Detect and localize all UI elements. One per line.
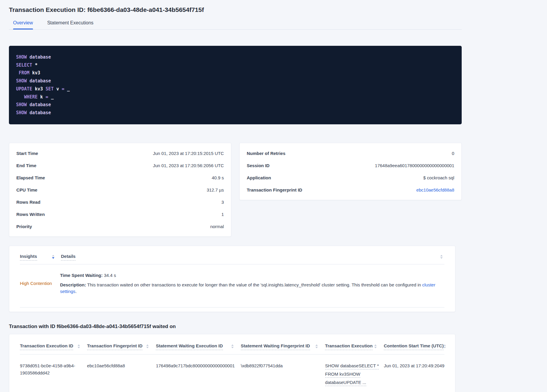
- transaction-fingerprint-link[interactable]: ebc10ae56cfd88a8: [416, 187, 454, 192]
- sort-icon[interactable]: [374, 344, 377, 348]
- description-suffix: .: [76, 289, 77, 294]
- divider: [20, 307, 444, 308]
- sort-icon[interactable]: [78, 344, 80, 348]
- insights-card: Insights Details High Contention Time Sp…: [9, 246, 455, 312]
- table-row: 9738d051-bc0e-4158-a9b4-1903586ddd42ebc1…: [20, 355, 452, 392]
- transaction-execution-link[interactable]: FROM kv3SHOW: [325, 371, 360, 378]
- description-label: Description:: [60, 282, 86, 287]
- summary-label: Rows Read: [16, 200, 40, 205]
- insights-column: Insights: [20, 254, 61, 261]
- session-summary-card: Number of Retries0Session ID17648a9eea60…: [239, 143, 462, 200]
- column-header: Transaction Execution ID: [20, 343, 87, 350]
- column-header-label[interactable]: Transaction Execution ID: [20, 343, 73, 350]
- column-header: Transaction Execution: [325, 343, 384, 350]
- summary-row: Number of Retries0: [247, 151, 454, 157]
- column-header-label[interactable]: Transaction Execution: [325, 343, 372, 350]
- time-spent-waiting: Time Spent Waiting: 34.4 s: [60, 272, 444, 279]
- summary-label: Number of Retries: [247, 151, 285, 156]
- insights-column-header[interactable]: Insights: [20, 254, 37, 261]
- transaction-execution-link[interactable]: SHOW databaseSELECT *: [325, 363, 379, 369]
- column-header: Statement Waiting Execution ID: [156, 343, 241, 350]
- tab-statement-executions[interactable]: Statement Executions: [43, 20, 98, 29]
- sql-line: SHOW database: [16, 101, 455, 109]
- summary-row: Elapsed Time40.9 s: [16, 175, 224, 182]
- sort-down-arrow: [315, 347, 318, 348]
- waited-on-table-header: Transaction Execution IDTransaction Fing…: [20, 343, 452, 350]
- tab-overview[interactable]: Overview: [9, 20, 37, 29]
- sql-line: SELECT *: [16, 61, 455, 69]
- summary-row: Application$ cockroach sql: [247, 175, 454, 182]
- sort-up-arrow: [440, 255, 443, 256]
- sort-up-arrow: [374, 344, 377, 346]
- column-header-label[interactable]: Statement Waiting Execution ID: [156, 343, 223, 350]
- tab-statement-executions-label: Statement Executions: [47, 20, 94, 25]
- summary-value: 0: [452, 151, 454, 156]
- sort-up-arrow: [315, 344, 318, 346]
- summary-label: End Time: [16, 163, 36, 168]
- waited-on-table-body: 9738d051-bc0e-4158-a9b4-1903586ddd42ebc1…: [20, 355, 452, 392]
- summary-row: Transaction Fingerprint IDebc10ae56cfd88…: [247, 187, 454, 194]
- sort-up-arrow: [444, 344, 446, 346]
- summary-row: Rows Read3: [16, 200, 224, 206]
- summary-row: CPU Time312.7 µs: [16, 187, 224, 194]
- summary-row: End TimeJun 01, 2023 at 17:20:56:2056 UT…: [16, 163, 224, 170]
- sort-icon[interactable]: [231, 344, 234, 348]
- sql-line: UPDATE kv3 SET v = _: [16, 85, 455, 93]
- tab-bar: Overview Statement Executions: [9, 20, 462, 30]
- transaction-execution-line: FROM kv3SHOW: [325, 371, 379, 379]
- tab-overview-label: Overview: [13, 20, 33, 25]
- summary-label: Start Time: [16, 151, 38, 156]
- transaction-fingerprint-id-cell: ebc10ae56cfd88a8: [87, 362, 156, 387]
- insights-table-header: Insights Details: [20, 254, 444, 261]
- waited-on-table-card: Transaction Execution IDTransaction Fing…: [9, 334, 455, 392]
- sql-statements-box: SHOW databaseSELECT * FROM kv3SHOW datab…: [9, 46, 462, 124]
- sort-icon[interactable]: [444, 344, 446, 348]
- transaction-details-page: Transaction Execution ID: f6be6366-da03-…: [9, 0, 462, 392]
- sort-icon[interactable]: [146, 344, 149, 348]
- sort-up-arrow: [231, 344, 234, 346]
- summary-label: Transaction Fingerprint ID: [247, 187, 302, 192]
- column-header: Contention Start Time (UTC): [384, 343, 452, 350]
- sort-up-arrow: [146, 344, 149, 346]
- sql-line: SHOW database: [16, 53, 455, 61]
- summary-value: 312.7 µs: [207, 187, 224, 192]
- column-header-label[interactable]: Contention Start Time (UTC): [384, 343, 444, 350]
- sort-down-arrow: [444, 347, 446, 348]
- statement-waiting-execution-id-cell: 176498a9c717bdc80000000000000001: [156, 362, 241, 387]
- sort-down-arrow: [231, 347, 234, 348]
- column-header-label[interactable]: Transaction Fingerprint ID: [87, 343, 143, 350]
- insight-description: Description: This transaction waited on …: [60, 282, 444, 295]
- sql-line: WHERE k = _: [16, 93, 455, 101]
- sort-icon[interactable]: [440, 255, 443, 259]
- sql-line: FROM kv3: [16, 69, 455, 77]
- sort-up-arrow: [78, 344, 80, 346]
- transaction-execution-id-cell: 9738d051-bc0e-4158-a9b4-1903586ddd42: [20, 362, 87, 387]
- summary-label: Elapsed Time: [16, 175, 45, 180]
- transaction-execution-cell: SHOW databaseSELECT *FROM kv3SHOWdatabas…: [325, 362, 384, 387]
- summary-label: Priority: [16, 224, 32, 229]
- sort-icon[interactable]: [315, 344, 318, 348]
- summary-value: Jun 01, 2023 at 17:20:15:2015 UTC: [153, 151, 224, 156]
- column-header-label[interactable]: Statement Waiting Fingerprint ID: [241, 343, 310, 350]
- summary-label: CPU Time: [16, 187, 37, 192]
- summary-value: 1: [221, 212, 224, 217]
- statement-waiting-fingerprint-id-cell: \xdb8922f077541dda: [241, 362, 325, 387]
- sql-line: SHOW database: [16, 109, 455, 117]
- details-column-header[interactable]: Details: [61, 254, 76, 261]
- sort-down-arrow: [440, 257, 443, 259]
- transaction-execution-line: SHOW databaseSELECT *: [325, 362, 379, 371]
- sort-down-arrow: [374, 347, 377, 348]
- sort-icon[interactable]: [52, 255, 54, 259]
- insight-row: High Contention Time Spent Waiting: 34.4…: [20, 264, 444, 304]
- waiting-value: 34.4 s: [104, 273, 116, 278]
- column-header: Statement Waiting Fingerprint ID: [241, 343, 325, 350]
- summary-label: Rows Written: [16, 212, 45, 217]
- summary-value: $ cockroach sql: [423, 175, 454, 180]
- page-title: Transaction Execution ID: f6be6366-da03-…: [9, 0, 462, 14]
- transaction-execution-line: databaseUPDATE ...: [325, 379, 379, 387]
- summary-section: Start TimeJun 01, 2023 at 17:20:15:2015 …: [9, 143, 462, 237]
- transaction-execution-link[interactable]: databaseUPDATE ...: [325, 379, 366, 386]
- sql-line: SHOW database: [16, 77, 455, 85]
- sort-down-arrow: [78, 347, 80, 348]
- summary-row: Start TimeJun 01, 2023 at 17:20:15:2015 …: [16, 151, 224, 157]
